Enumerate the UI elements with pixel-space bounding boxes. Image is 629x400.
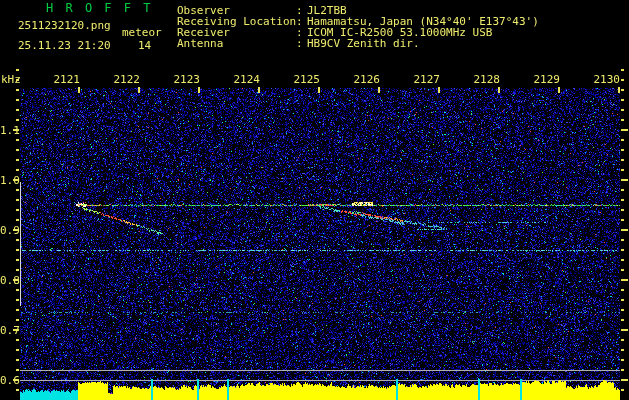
freq-label-0.9: 0.9 [0,224,14,237]
freq-label-1.1: 1.1 [0,124,14,137]
info-colon: : [296,38,303,49]
freq-label-1.0: 1.0 [0,174,14,187]
freq-label-0.6: 0.6 [0,374,14,387]
info-label: Antenna [177,38,223,49]
info-value: HB9CV Zenith dir. [307,38,420,49]
time-label-2122: 2122 [108,73,140,86]
time-label-2127: 2127 [408,73,440,86]
freq-label-0.8: 0.8 [0,274,14,287]
time-label-2123: 2123 [168,73,200,86]
time-label-2124: 2124 [228,73,260,86]
time-label-2130: 2130 [588,73,620,86]
spectrogram-canvas [0,0,629,400]
time-label-2129: 2129 [528,73,560,86]
info-row-antenna: Antenna : HB9CV Zenith dir. [0,38,629,49]
time-label-2121: 2121 [48,73,80,86]
freq-axis-unit: kHz [1,74,21,85]
freq-label-0.7: 0.7 [0,324,14,337]
time-label-2126: 2126 [348,73,380,86]
time-label-2128: 2128 [468,73,500,86]
time-label-2125: 2125 [288,73,320,86]
hrofft-screen: H R O F F T 2511232120.png meteor 25.11.… [0,0,629,400]
